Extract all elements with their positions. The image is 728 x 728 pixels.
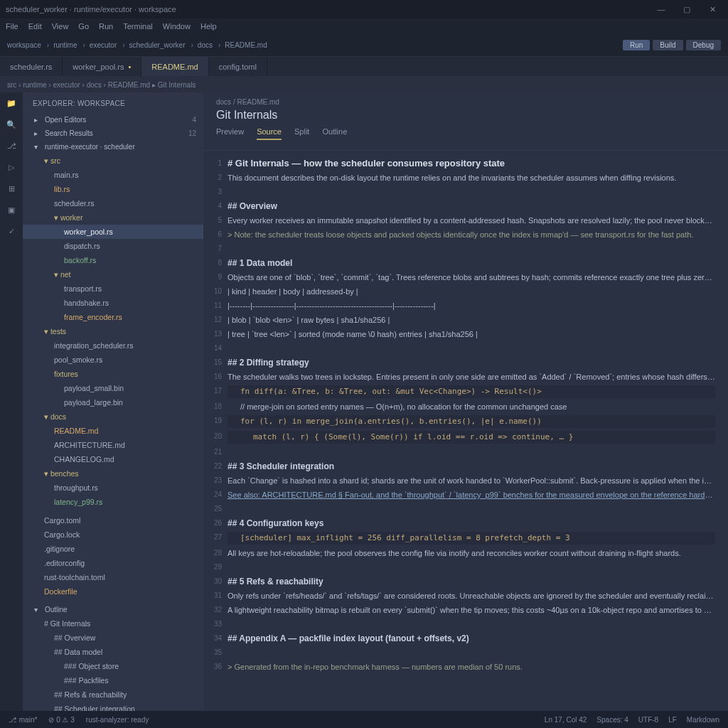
editor-line[interactable]: 12| blob | `blob <len>` | raw bytes | sh… (209, 314, 715, 326)
editor-line[interactable]: 11|--------|----------------|-----------… (209, 300, 715, 311)
tab-readme[interactable]: README.md (141, 57, 208, 76)
tree-file[interactable]: rust-toolchain.toml (23, 570, 203, 584)
tree-file[interactable]: CHANGELOG.md (23, 452, 203, 466)
status-lsp[interactable]: rust-analyzer: ready (86, 716, 149, 724)
tree-file[interactable]: payload_small.bin (23, 381, 203, 395)
editor-line[interactable]: 1# Git Internals — how the scheduler con… (209, 158, 715, 169)
tree-file[interactable]: handshake.rs (23, 296, 203, 310)
editor-line[interactable]: 2This document describes the on-disk lay… (209, 172, 715, 183)
tab-config[interactable]: config.toml (209, 57, 267, 76)
tree-file[interactable]: ## Overview (23, 631, 203, 645)
view-tab-source[interactable]: Source (257, 127, 282, 140)
editor-line[interactable]: 30## 5 Refs & reachability (209, 576, 715, 587)
editor-line[interactable]: 25 (209, 503, 715, 515)
status-eol[interactable]: LF (668, 716, 677, 724)
extensions-icon[interactable]: ⊞ (5, 182, 18, 195)
tree-file[interactable]: fixtures (23, 367, 203, 381)
editor-line[interactable]: 36> Generated from the in-repo benchmark… (209, 661, 715, 673)
close-icon[interactable]: ✕ (702, 2, 722, 16)
editor-line[interactable]: 28All keys are hot-reloadable; the pool … (209, 547, 715, 559)
remote-icon[interactable]: ▣ (5, 203, 18, 216)
editor-line[interactable]: 35 (209, 647, 715, 658)
tree-file[interactable]: ARCHITECTURE.md (23, 438, 203, 452)
debug-icon[interactable]: ▷ (5, 161, 18, 173)
search-icon[interactable]: 🔍 (5, 118, 18, 131)
editor-line[interactable]: 32A lightweight reachability bitmap is r… (209, 604, 715, 616)
editor-line[interactable]: 9Objects are one of `blob`, `tree`, `com… (209, 272, 715, 283)
menu-view[interactable]: View (52, 22, 69, 31)
tree-file[interactable]: Cargo.lock (23, 528, 203, 542)
open-editors-section[interactable]: ▸ Open Editors 4 (23, 113, 203, 127)
editor-line[interactable]: 13| tree | `tree <len>` | sorted (mode n… (209, 328, 715, 340)
run-button[interactable]: Run (623, 40, 650, 50)
menu-file[interactable]: File (6, 22, 18, 31)
editor-line[interactable]: 29 (209, 562, 715, 573)
status-indent[interactable]: Spaces: 4 (596, 716, 628, 724)
status-cursor[interactable]: Ln 17, Col 42 (545, 716, 587, 724)
tree-file[interactable]: integration_scheduler.rs (23, 338, 203, 353)
tree-file[interactable]: .editorconfig (23, 556, 203, 570)
tree-file[interactable]: latency_p99.rs (23, 495, 203, 509)
tree-file[interactable]: backoff.rs (23, 253, 203, 267)
debug-button[interactable]: Debug (686, 40, 721, 50)
tab-scheduler[interactable]: scheduler.rs (0, 57, 63, 76)
tree-file[interactable]: # Git Internals (23, 616, 203, 631)
tree-file[interactable]: ### Object store (23, 659, 203, 673)
status-branch[interactable]: ⎇ main* (9, 716, 37, 724)
editor-line[interactable]: 14 (209, 343, 715, 354)
minimize-icon[interactable]: — (651, 2, 671, 16)
editor-line[interactable]: 19for (l, r) in merge_join(a.entries(), … (209, 415, 715, 428)
crumb[interactable]: runtime (53, 41, 77, 49)
tree-file[interactable]: lib.rs (23, 182, 203, 196)
editor-line[interactable]: 18// merge-join on sorted entry names — … (209, 401, 715, 412)
build-button[interactable]: Build (653, 40, 682, 50)
tree-file[interactable]: scheduler.rs (23, 196, 203, 210)
tree-file[interactable]: transport.rs (23, 282, 203, 296)
tree-file[interactable]: Cargo.toml (23, 513, 203, 528)
editor-line[interactable]: 4## Overview (209, 200, 715, 212)
menu-go[interactable]: Go (78, 22, 89, 31)
tree-folder[interactable]: ▾ src (23, 154, 203, 168)
editor-line[interactable]: 24See also: ARCHITECTURE.md § Fan-out, a… (209, 489, 715, 500)
tree-root[interactable]: ▾runtime-executor · scheduler (23, 140, 203, 154)
status-encoding[interactable]: UTF-8 (638, 716, 658, 724)
tree-file[interactable]: frame_encoder.rs (23, 310, 203, 324)
tree-root[interactable]: ▾Outline (23, 603, 203, 616)
explorer-icon[interactable]: 📁 (5, 97, 18, 109)
editor-body[interactable]: 1# Git Internals — how the scheduler con… (203, 151, 728, 704)
editor-line[interactable]: 3 (209, 186, 715, 198)
testing-icon[interactable]: ✓ (5, 225, 18, 237)
editor-line[interactable]: 6> Note: the scheduler treats loose obje… (209, 229, 715, 240)
tree-file[interactable]: README.md (23, 424, 203, 438)
menu-run[interactable]: Run (99, 22, 113, 31)
status-lang[interactable]: Markdown (687, 716, 719, 724)
view-tab-preview[interactable]: Preview (216, 127, 244, 140)
view-tab-split[interactable]: Split (294, 127, 309, 140)
editor-line[interactable]: 34## Appendix A — packfile index layout … (209, 633, 715, 644)
tree-file[interactable]: worker_pool.rs (23, 225, 203, 239)
menu-help[interactable]: Help (200, 22, 217, 31)
tree-file[interactable]: ## Refs & reachability (23, 687, 203, 702)
editor-line[interactable]: 16The scheduler walks two trees in locks… (209, 371, 715, 382)
tree-file[interactable]: dispatch.rs (23, 239, 203, 253)
status-problems[interactable]: ⊘ 0 ⚠ 3 (48, 716, 74, 724)
crumb[interactable]: README.md (225, 41, 267, 49)
search-results-section[interactable]: ▸ Search Results 12 (23, 127, 203, 140)
editor-line[interactable]: 5Every worker receives an immutable snap… (209, 215, 715, 226)
tab-workerpool[interactable]: worker_pool.rs (63, 57, 141, 76)
crumb[interactable]: scheduler_worker (129, 41, 186, 49)
editor-line[interactable]: 10| kind | header | body | addressed-by … (209, 286, 715, 297)
tree-file[interactable]: Dockerfile (23, 584, 203, 599)
menu-window[interactable]: Window (163, 22, 191, 31)
editor-line[interactable]: 20match (l, r) { (Some(l), Some(r)) if l… (209, 431, 715, 444)
editor-line[interactable]: 33 (209, 619, 715, 630)
tree-folder[interactable]: ▾ benches (23, 466, 203, 481)
editor-line[interactable]: 17fn diff(a: &Tree, b: &Tree, out: &mut … (209, 385, 715, 398)
tree-folder[interactable]: ▾ tests (23, 324, 203, 338)
editor-line[interactable]: 22## 3 Scheduler integration (209, 461, 715, 472)
tree-file[interactable]: ### Packfiles (23, 673, 203, 687)
maximize-icon[interactable]: ▢ (677, 2, 697, 16)
editor-line[interactable]: 8## 1 Data model (209, 257, 715, 269)
crumb[interactable]: executor (90, 41, 117, 49)
editor-line[interactable]: 15## 2 Diffing strategy (209, 357, 715, 368)
